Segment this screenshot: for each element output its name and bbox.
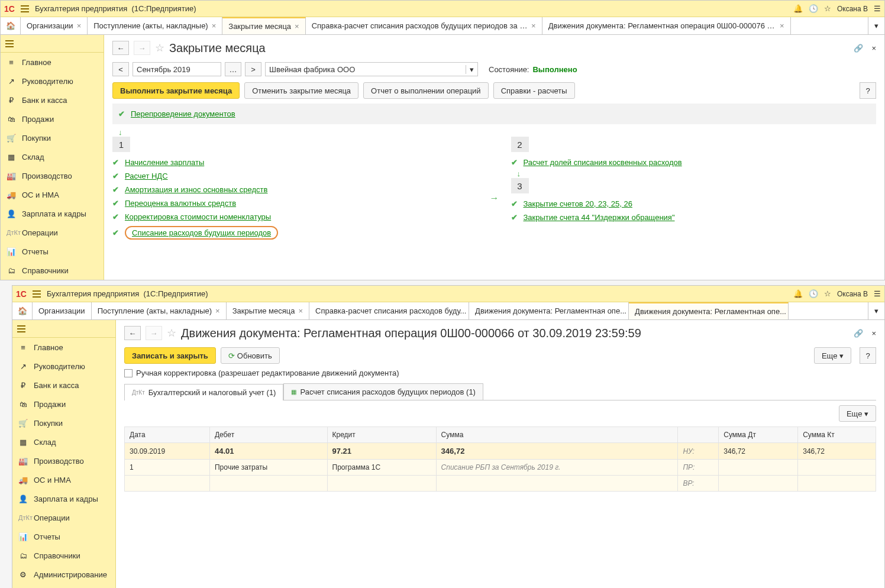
- sidebar-item-manager[interactable]: ↗Руководителю: [1, 72, 104, 91]
- more-table-button[interactable]: Еще ▾: [839, 405, 876, 422]
- op-vat[interactable]: Расчет НДС: [125, 172, 168, 180]
- op-cost-correction[interactable]: Корректировка стоимости номенклатуры: [125, 212, 271, 221]
- ops-report-button[interactable]: Отчет о выполнении операций: [363, 82, 489, 99]
- clock-icon[interactable]: 🕓: [809, 289, 818, 298]
- sidebar-item-sales[interactable]: 🛍Продажи: [12, 395, 115, 413]
- sidebar-item-production[interactable]: 🏭Производство: [12, 451, 115, 470]
- refresh-button[interactable]: ⟳Обновить: [221, 347, 280, 364]
- close-icon[interactable]: ×: [77, 21, 82, 30]
- menu-icon[interactable]: ☰: [874, 289, 881, 298]
- close-page-icon[interactable]: ×: [871, 44, 876, 53]
- sidebar-item-production[interactable]: 🏭Производство: [1, 166, 104, 185]
- sidebar-item-purchases[interactable]: 🛒Покупки: [1, 128, 104, 147]
- col-credit[interactable]: Кредит: [327, 427, 436, 443]
- sidebar-item-warehouse[interactable]: ▦Склад: [1, 147, 104, 166]
- table-row[interactable]: 1 Прочие затраты Программа 1С Списание Р…: [125, 460, 876, 476]
- close-page-icon[interactable]: ×: [871, 329, 876, 338]
- run-closing-button[interactable]: Выполнить закрытие месяца: [112, 82, 240, 99]
- tab-receipts[interactable]: Поступление (акты, накладные)×: [88, 17, 222, 34]
- op-close-44[interactable]: Закрытие счета 44 "Издержки обращения": [524, 213, 675, 222]
- chevron-down-icon[interactable]: ▾: [466, 65, 477, 74]
- tab-month-closing[interactable]: Закрытие месяца×: [227, 302, 309, 319]
- col-sum[interactable]: Сумма: [436, 427, 678, 443]
- bell-icon[interactable]: 🔔: [793, 289, 803, 298]
- op-salary[interactable]: Начисление зарплаты: [125, 158, 204, 167]
- table-row[interactable]: 30.09.2019 44.01 97.21 346,72 НУ: 346,72…: [125, 443, 876, 460]
- sidebar-item-assets[interactable]: 🚚ОС и НМА: [1, 185, 104, 204]
- nav-back-button[interactable]: ←: [124, 326, 141, 340]
- references-button[interactable]: Справки - расчеты: [493, 82, 575, 99]
- sidebar-item-sales[interactable]: 🛍Продажи: [1, 109, 104, 128]
- sidebar-collapse[interactable]: [1, 35, 104, 53]
- tab-report[interactable]: Справка-расчет списания расходов будущих…: [306, 17, 542, 34]
- sidebar-collapse[interactable]: [12, 320, 115, 338]
- close-icon[interactable]: ×: [295, 22, 299, 31]
- subtab-accounting[interactable]: ДтКтБухгалтерский и налоговый учет (1): [124, 384, 283, 400]
- col-debit[interactable]: Дебет: [209, 427, 327, 443]
- op-indirect-costs[interactable]: Расчет долей списания косвенных расходов: [524, 158, 682, 167]
- period-input[interactable]: Сентябрь 2019: [133, 62, 221, 76]
- close-icon[interactable]: ×: [215, 306, 220, 315]
- tab-month-closing[interactable]: Закрытие месяца×: [222, 17, 305, 34]
- sidebar-item-catalogs[interactable]: 🗂Справочники: [12, 546, 115, 565]
- tabs-dropdown[interactable]: ▾: [868, 17, 884, 34]
- hamburger-icon[interactable]: [21, 5, 29, 12]
- op-amortization[interactable]: Амортизация и износ основных средств: [125, 185, 267, 194]
- help-button[interactable]: ?: [860, 82, 876, 99]
- col-date[interactable]: Дата: [125, 427, 210, 443]
- username[interactable]: Оксана В: [837, 290, 868, 298]
- username[interactable]: Оксана В: [837, 5, 868, 13]
- more-button[interactable]: Еще ▾: [814, 347, 851, 364]
- tab-organizations[interactable]: Организации×: [21, 17, 88, 34]
- save-close-button[interactable]: Записать и закрыть: [124, 347, 216, 364]
- tab-receipts[interactable]: Поступление (акты, накладные)×: [92, 302, 227, 319]
- bell-icon[interactable]: 🔔: [793, 4, 803, 13]
- star-icon[interactable]: ☆: [824, 4, 831, 13]
- nav-forward-button[interactable]: →: [146, 326, 162, 340]
- link-icon[interactable]: 🔗: [854, 44, 863, 53]
- op-repost-docs[interactable]: Перепроведение документов: [131, 109, 235, 118]
- col-sum-kt[interactable]: Сумма Кт: [798, 427, 876, 443]
- menu-icon[interactable]: ☰: [874, 4, 881, 13]
- period-picker-button[interactable]: …: [225, 62, 241, 76]
- favorite-icon[interactable]: ☆: [167, 327, 176, 340]
- close-icon[interactable]: ×: [298, 306, 303, 315]
- sidebar-item-operations[interactable]: ДтКтОперации: [12, 508, 115, 527]
- tabs-dropdown[interactable]: ▾: [868, 302, 884, 319]
- subtab-deferred[interactable]: ▦Расчет списания расходов будущих период…: [283, 383, 483, 400]
- period-next-button[interactable]: >: [245, 62, 261, 76]
- sidebar-item-main[interactable]: ≡Главное: [1, 53, 104, 72]
- link-icon[interactable]: 🔗: [854, 329, 863, 338]
- sidebar-item-salary[interactable]: 👤Зарплата и кадры: [1, 204, 104, 223]
- tab-report[interactable]: Справка-расчет списания расходов буду...…: [309, 302, 469, 319]
- home-tab[interactable]: 🏠: [1, 17, 21, 34]
- sidebar-item-operations[interactable]: ДтКтОперации: [1, 223, 104, 242]
- tab-movements-1[interactable]: Движения документа: Регламентная опе...×: [469, 302, 629, 319]
- sidebar-item-catalogs[interactable]: 🗂Справочники: [1, 261, 104, 280]
- sidebar-item-assets[interactable]: 🚚ОС и НМА: [12, 470, 115, 489]
- sidebar-item-salary[interactable]: 👤Зарплата и кадры: [12, 489, 115, 508]
- nav-back-button[interactable]: ←: [112, 41, 129, 55]
- sidebar-item-bank[interactable]: ₽Банк и касса: [1, 91, 104, 109]
- period-prev-button[interactable]: <: [112, 62, 129, 76]
- hamburger-icon[interactable]: [33, 290, 41, 298]
- home-tab[interactable]: 🏠: [12, 302, 33, 319]
- table-row[interactable]: ВР:: [125, 476, 876, 492]
- sidebar-item-purchases[interactable]: 🛒Покупки: [12, 413, 115, 432]
- sidebar-item-reports[interactable]: 📊Отчеты: [1, 242, 104, 261]
- op-deferred-expenses[interactable]: Списание расходов будущих периодов: [132, 228, 271, 237]
- manual-correction-checkbox[interactable]: [124, 369, 133, 377]
- tab-movements[interactable]: Движения документа: Регламентная операци…: [542, 17, 791, 34]
- help-button[interactable]: ?: [860, 347, 876, 364]
- sidebar-item-admin[interactable]: ⚙Администрирование: [12, 565, 115, 584]
- tab-organizations[interactable]: Организации: [33, 302, 92, 319]
- sidebar-item-bank[interactable]: ₽Банк и касса: [12, 376, 115, 395]
- favorite-icon[interactable]: ☆: [155, 41, 164, 54]
- tab-movements-2[interactable]: Движения документа: Регламентная опе...×: [629, 302, 789, 319]
- cancel-closing-button[interactable]: Отменить закрытие месяца: [244, 82, 358, 99]
- col-sum-dt[interactable]: Сумма Дт: [719, 427, 798, 443]
- clock-icon[interactable]: 🕓: [809, 4, 818, 13]
- sidebar-item-reports[interactable]: 📊Отчеты: [12, 527, 115, 546]
- sidebar-item-manager[interactable]: ↗Руководителю: [12, 357, 115, 376]
- op-revaluation[interactable]: Переоценка валютных средств: [125, 199, 236, 208]
